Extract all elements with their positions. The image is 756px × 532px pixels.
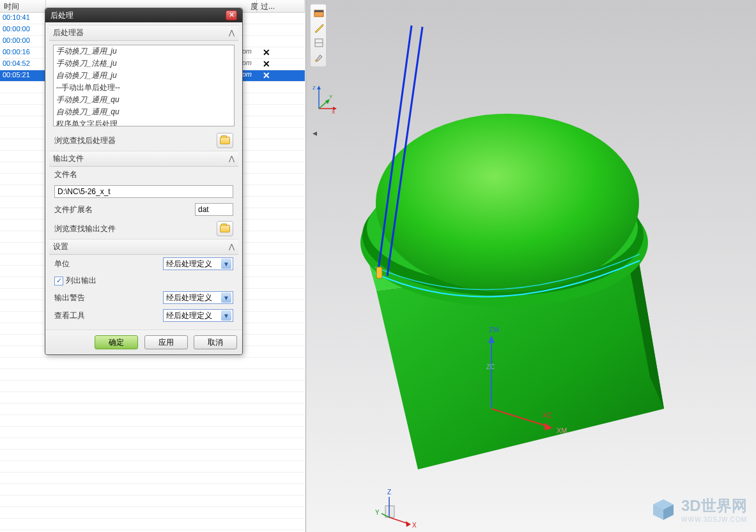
table-row[interactable] bbox=[0, 381, 305, 392]
table-row[interactable] bbox=[0, 473, 305, 484]
list-item[interactable]: 程序单文字后处理 bbox=[54, 118, 234, 126]
list-output-label: 列出输出 bbox=[66, 275, 96, 286]
chevron-up-icon[interactable]: ⋀ bbox=[229, 155, 235, 163]
col-over[interactable]: 过... bbox=[257, 0, 305, 12]
list-item[interactable]: 手动换刀_通用_ju bbox=[54, 45, 234, 57]
browse-output-button[interactable] bbox=[217, 221, 233, 236]
warn-label: 输出警告 bbox=[54, 293, 85, 303]
warn-dropdown[interactable]: 经后处理定义▼ bbox=[163, 291, 233, 304]
3d-model: ZM XC XM YM ZC Z X Y bbox=[306, 0, 756, 532]
cancel-button[interactable]: 取消 bbox=[194, 335, 237, 349]
3d-viewport[interactable]: Z X Y ◂ bbox=[305, 0, 756, 532]
svg-text:Y: Y bbox=[375, 509, 380, 516]
chevron-up-icon[interactable]: ⋀ bbox=[229, 243, 235, 251]
table-row[interactable] bbox=[0, 392, 305, 404]
svg-marker-32 bbox=[406, 521, 411, 527]
ok-button[interactable]: 确定 bbox=[95, 335, 138, 349]
axis-z-label: ZM bbox=[489, 326, 499, 333]
viewtool-label: 查看工具 bbox=[54, 310, 85, 321]
list-item[interactable]: --手动出单后处理-- bbox=[54, 82, 234, 94]
chevron-up-icon[interactable]: ⋀ bbox=[229, 29, 235, 37]
list-output-checkbox[interactable]: ✓ bbox=[54, 277, 63, 285]
table-row[interactable] bbox=[0, 415, 305, 427]
table-row[interactable] bbox=[0, 404, 305, 415]
ext-input[interactable] bbox=[195, 203, 233, 216]
axis-xm-label: XM bbox=[557, 427, 567, 434]
table-row[interactable] bbox=[0, 496, 305, 507]
watermark-text: 3D世界网 bbox=[681, 496, 747, 516]
watermark: 3D世界网 WWW.3DSJW.COM bbox=[651, 496, 747, 523]
svg-point-18 bbox=[376, 114, 639, 293]
unit-dropdown[interactable]: 经后处理定义▼ bbox=[163, 257, 233, 270]
watermark-sub: WWW.3DSJW.COM bbox=[681, 516, 747, 523]
apply-button[interactable]: 应用 bbox=[144, 335, 188, 349]
chevron-down-icon: ▼ bbox=[221, 259, 231, 269]
section-settings: 设置 bbox=[53, 241, 68, 252]
list-item[interactable]: 手动换刀_法格_ju bbox=[54, 57, 234, 70]
list-item[interactable]: 自动换刀_通用_ju bbox=[54, 70, 234, 82]
table-row[interactable] bbox=[0, 519, 305, 530]
browse-post-label: 浏览查找后处理器 bbox=[54, 135, 116, 146]
table-row[interactable] bbox=[0, 358, 305, 369]
list-item[interactable]: 手动换刀_通用_qu bbox=[54, 94, 234, 106]
svg-text:ZC: ZC bbox=[486, 363, 495, 370]
cube-icon bbox=[651, 497, 676, 522]
svg-line-31 bbox=[389, 517, 408, 524]
table-row[interactable] bbox=[0, 450, 305, 461]
section-postprocessor: 后处理器 bbox=[53, 27, 84, 38]
table-row[interactable] bbox=[0, 507, 305, 519]
folder-icon bbox=[220, 225, 230, 232]
section-output: 输出文件 bbox=[53, 153, 84, 164]
browse-post-button[interactable] bbox=[217, 133, 233, 148]
chevron-down-icon: ▼ bbox=[221, 310, 231, 321]
svg-text:Z: Z bbox=[387, 489, 391, 496]
table-row[interactable] bbox=[0, 484, 305, 496]
table-row[interactable] bbox=[0, 461, 305, 473]
viewtool-dropdown[interactable]: 经后处理定义▼ bbox=[163, 309, 233, 322]
browse-output-label: 浏览查找输出文件 bbox=[54, 224, 116, 234]
filename-input[interactable] bbox=[54, 185, 233, 198]
axis-x-label: XC bbox=[543, 411, 552, 419]
col-time[interactable]: 时间 bbox=[0, 0, 46, 12]
postprocess-dialog: 后处理 ✕ 后处理器 ⋀ 手动换刀_通用_ju手动换刀_法格_ju自动换刀_通用… bbox=[45, 8, 243, 355]
list-item[interactable]: 自动换刀_通用_qu bbox=[54, 106, 234, 118]
close-icon[interactable]: ✕ bbox=[226, 10, 237, 20]
filename-label: 文件名 bbox=[54, 169, 77, 180]
axis-y-label: YM bbox=[471, 381, 482, 388]
table-row[interactable] bbox=[0, 427, 305, 438]
table-row[interactable] bbox=[0, 369, 305, 381]
unit-label: 单位 bbox=[54, 259, 70, 270]
svg-text:X: X bbox=[412, 522, 417, 529]
table-row[interactable] bbox=[0, 438, 305, 450]
ext-label: 文件扩展名 bbox=[54, 204, 93, 215]
folder-icon bbox=[220, 137, 230, 144]
svg-rect-21 bbox=[376, 267, 382, 278]
chevron-down-icon: ▼ bbox=[221, 293, 231, 303]
dialog-title: 后处理 bbox=[50, 10, 73, 21]
postprocessor-list[interactable]: 手动换刀_通用_ju手动换刀_法格_ju自动换刀_通用_ju--手动出单后处理-… bbox=[53, 45, 235, 126]
